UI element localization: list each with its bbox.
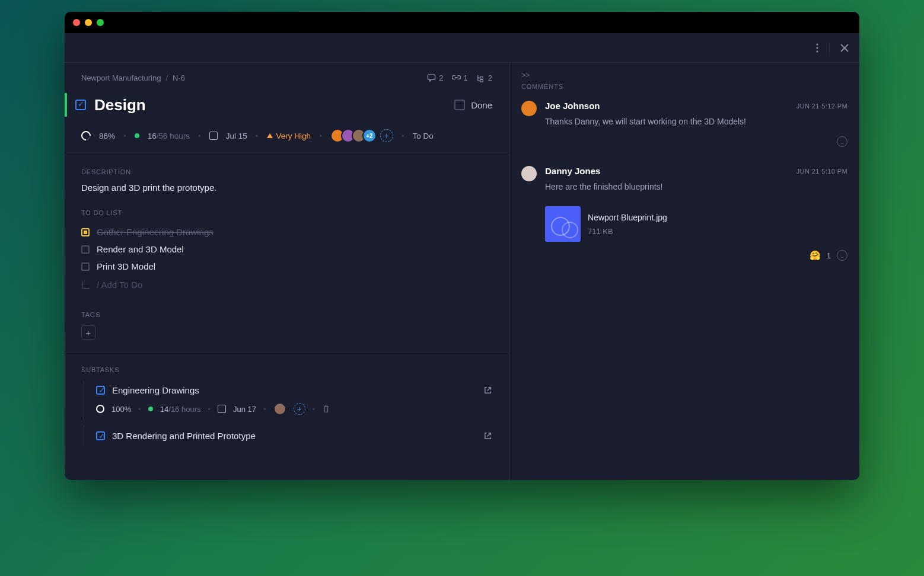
assignee-avatars[interactable]: +2 + (330, 129, 393, 143)
comment-timestamp: Jun 21 5:12 PM (796, 103, 847, 110)
done-checkbox[interactable] (454, 100, 465, 110)
comment-icon (427, 73, 436, 82)
status-label[interactable]: To Do (413, 132, 434, 140)
section-label: Description (81, 168, 492, 175)
content-area: Newport Manufacturing / N-6 2 1 (65, 63, 859, 480)
progress-percent[interactable]: 86% (99, 132, 115, 140)
todo-checkbox[interactable] (81, 245, 90, 254)
section-label: Tags (81, 311, 492, 318)
reaction-emoji[interactable]: 🤗 (810, 250, 821, 261)
comment-timestamp: Jun 21 5:10 PM (796, 168, 847, 175)
window-zoom-dot[interactable] (97, 19, 104, 26)
breadcrumb[interactable]: Newport Manufacturing / N-6 (81, 73, 185, 82)
titlebar (65, 12, 859, 33)
svg-rect-3 (428, 75, 435, 79)
priority[interactable]: Very High (267, 132, 311, 140)
progress-ring-icon (94, 403, 106, 415)
svg-rect-4 (480, 77, 483, 79)
stat-comments[interactable]: 2 (427, 73, 443, 82)
section-label: To Do List (81, 209, 492, 216)
add-reaction-icon[interactable] (837, 136, 847, 147)
open-external-icon[interactable] (483, 386, 492, 395)
todo-checkbox[interactable] (81, 228, 90, 236)
section-label: Subtasks (81, 366, 492, 373)
add-reaction-icon[interactable] (837, 250, 847, 261)
stat-links[interactable]: 1 (452, 73, 468, 82)
calendar-icon (209, 132, 218, 140)
comment-author[interactable]: Joe Johnson (545, 101, 600, 111)
branch-icon (82, 281, 90, 289)
open-external-icon[interactable] (483, 431, 492, 440)
progress-ring-icon (79, 129, 93, 143)
svg-point-2 (816, 50, 818, 52)
comment-text: Here are the finished blueprints! (545, 181, 847, 193)
more-menu-icon[interactable] (816, 43, 818, 53)
svg-rect-5 (480, 79, 483, 82)
comments-panel: >> Comments Joe Johnson Jun 21 5:12 PM T… (509, 63, 859, 480)
avatar[interactable] (273, 402, 286, 415)
trash-icon[interactable] (322, 405, 330, 413)
add-todo-input[interactable]: / Add To Do (81, 275, 492, 295)
tags-section: Tags + (65, 308, 509, 353)
breadcrumb-sep: / (165, 73, 168, 82)
meta-row: 86% • 16/56 hours • Jul 15 • Very High • (81, 129, 492, 155)
done-toggle[interactable]: Done (454, 100, 492, 110)
add-assignee-button[interactable]: + (294, 403, 305, 415)
accent-bar (65, 93, 67, 117)
reaction-count: 1 (827, 251, 831, 260)
description-text[interactable]: Design and 3D print the prototype. (81, 183, 492, 193)
priority-up-icon (267, 133, 273, 138)
avatar[interactable] (521, 166, 537, 181)
window-close-dot[interactable] (73, 19, 80, 26)
breadcrumb-project[interactable]: Newport Manufacturing (81, 73, 161, 82)
close-icon[interactable] (840, 44, 849, 52)
subtask-item[interactable]: 3D Rendering and Printed Prototype (84, 426, 492, 446)
add-tag-button[interactable]: + (81, 325, 95, 340)
window-minimize-dot[interactable] (85, 19, 92, 26)
svg-point-1 (816, 47, 818, 49)
todo-item[interactable]: Render and 3D Model (81, 241, 492, 258)
attachment-thumbnail[interactable] (545, 206, 581, 242)
todo-section: To Do List Gather Engineering Drawings R… (65, 206, 509, 308)
divider (829, 42, 830, 54)
breadcrumb-id[interactable]: N-6 (173, 73, 185, 82)
svg-point-0 (816, 43, 818, 45)
stat-subtasks[interactable]: 2 (476, 73, 492, 82)
due-date[interactable]: Jul 15 (226, 132, 247, 140)
status-dot-icon (135, 133, 139, 138)
task-type-icon (96, 431, 105, 440)
comment-author[interactable]: Danny Jones (545, 166, 600, 176)
task-type-icon (75, 100, 86, 110)
page-title[interactable]: Design (94, 96, 146, 114)
section-label: Comments (521, 83, 847, 90)
hours[interactable]: 16/56 hours (148, 132, 190, 140)
calendar-icon (218, 405, 226, 413)
subtask-meta: 100% • 14/16 hours • Jun 17 • + • (96, 402, 492, 415)
collapse-chevron-icon[interactable]: >> (521, 71, 847, 79)
topbar (65, 33, 859, 63)
comment-text: Thanks Danny, we will start working on t… (545, 116, 847, 128)
subtask-icon (476, 73, 485, 82)
status-dot-icon (148, 407, 153, 411)
avatar[interactable] (521, 101, 537, 116)
attachment-name: Newport Blueprint.jpg (588, 213, 667, 222)
avatar-more[interactable]: +2 (362, 129, 377, 143)
task-stats: 2 1 2 (427, 73, 492, 82)
comment-item: Danny Jones Jun 21 5:10 PM Here are the … (521, 166, 847, 261)
todo-item[interactable]: Print 3D Model (81, 258, 492, 275)
description-section: Description Design and 3D print the prot… (65, 155, 509, 206)
todo-item[interactable]: Gather Engineering Drawings (81, 223, 492, 241)
task-type-icon (96, 386, 105, 395)
attachment-size: 711 KB (588, 227, 667, 236)
subtasks-section: Subtasks Engineering Drawings 100% (65, 353, 509, 459)
add-assignee-button[interactable]: + (380, 129, 393, 142)
todo-checkbox[interactable] (81, 263, 90, 271)
subtask-item[interactable]: Engineering Drawings 100% • 14/16 hours … (84, 380, 492, 420)
app-window: Newport Manufacturing / N-6 2 1 (65, 12, 859, 480)
attachment[interactable]: Newport Blueprint.jpg 711 KB (545, 206, 847, 242)
link-icon (452, 73, 461, 82)
task-panel: Newport Manufacturing / N-6 2 1 (65, 63, 509, 480)
comment-item: Joe Johnson Jun 21 5:12 PM Thanks Danny,… (521, 101, 847, 147)
